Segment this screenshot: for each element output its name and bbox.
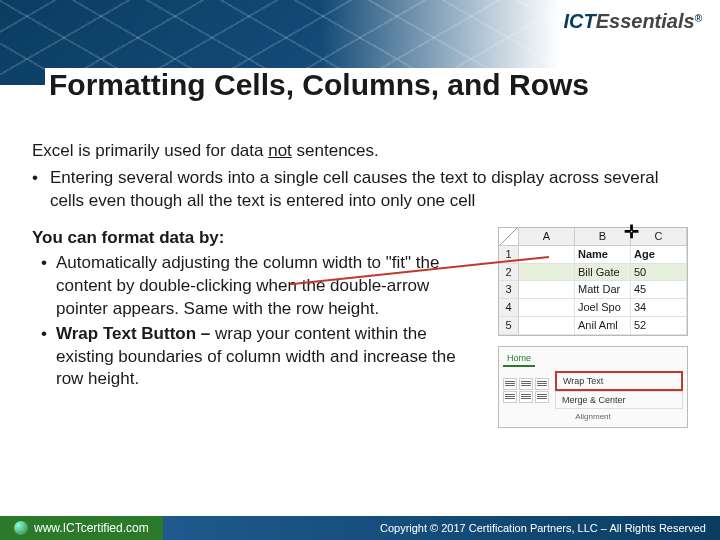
column-headers: A B C — [499, 228, 687, 246]
cell: 50 — [631, 264, 687, 281]
footer-url: www.ICTcertified.com — [0, 516, 163, 540]
align-icon — [535, 378, 549, 390]
bullet-dot: • — [32, 167, 50, 213]
cell: 45 — [631, 281, 687, 298]
footer-copyright: Copyright © 2017 Certification Partners,… — [163, 516, 720, 540]
bullet-overflow-text: Entering several words into a single cel… — [50, 167, 688, 213]
cell: 52 — [631, 317, 687, 334]
align-icon — [519, 378, 533, 390]
excel-screenshot: ✛ A B C 1 Name Age 2 Bill Gate — [498, 227, 688, 336]
col-header: A — [519, 228, 575, 245]
logo: ICTEssentials® — [563, 10, 702, 33]
bullet-dot: • — [32, 323, 56, 392]
row-header: 4 — [499, 299, 519, 316]
intro-pre: Excel is primarily used for data — [32, 141, 268, 160]
wrap-text-button: Wrap Text — [555, 371, 683, 391]
cell — [519, 281, 575, 298]
bullet-wrap-bold: Wrap Text Button – — [56, 324, 215, 343]
bullet-dot: • — [32, 252, 56, 321]
cell: Bill Gate — [575, 264, 631, 281]
bullet-overflow: • Entering several words into a single c… — [32, 167, 688, 213]
row-header: 2 — [499, 264, 519, 281]
text-column: You can format data by: • Automatically … — [32, 227, 484, 394]
logo-ict: ICT — [563, 10, 595, 32]
intro-not: not — [268, 141, 292, 160]
table-row: 1 Name Age — [499, 246, 687, 264]
ribbon-group-label: Alignment — [503, 412, 683, 423]
lower-columns: You can format data by: • Automatically … — [32, 227, 688, 428]
cell: Anil Aml — [575, 317, 631, 334]
table-row: 4 Joel Spo 34 — [499, 299, 687, 317]
slide-title: Formatting Cells, Columns, and Rows — [45, 68, 593, 102]
table-row: 2 Bill Gate 50 — [499, 264, 687, 282]
logo-essentials: Essentials — [596, 10, 695, 32]
row-header: 5 — [499, 317, 519, 334]
format-subhead: You can format data by: — [32, 227, 484, 250]
align-icon — [535, 391, 549, 403]
intro-text: Excel is primarily used for data not sen… — [32, 140, 688, 163]
table-row: 3 Matt Dar 45 — [499, 281, 687, 299]
cell: Joel Spo — [575, 299, 631, 316]
table-row: 5 Anil Aml 52 — [499, 317, 687, 335]
globe-icon — [14, 521, 28, 535]
cell — [519, 264, 575, 281]
merge-center-button: Merge & Center — [555, 391, 683, 409]
align-icon — [519, 391, 533, 403]
image-column: ✛ A B C 1 Name Age 2 Bill Gate — [498, 227, 688, 428]
col-header: C — [631, 228, 687, 245]
logo-registered: ® — [695, 13, 702, 24]
footer-url-text: www.ICTcertified.com — [34, 521, 149, 535]
alignment-buttons — [503, 378, 549, 403]
bullet-autofit-text: Automatically adjusting the column width… — [56, 252, 484, 321]
cell: 34 — [631, 299, 687, 316]
bullet-autofit: • Automatically adjusting the column wid… — [32, 252, 484, 321]
col-header: B — [575, 228, 631, 245]
intro-post: sentences. — [292, 141, 379, 160]
content-area: Excel is primarily used for data not sen… — [32, 140, 688, 428]
bullet-wrap: • Wrap Text Button – wrap your content w… — [32, 323, 484, 392]
cell — [519, 317, 575, 334]
row-header: 3 — [499, 281, 519, 298]
ribbon-screenshot: Home — [498, 346, 688, 428]
footer: www.ICTcertified.com Copyright © 2017 Ce… — [0, 516, 720, 540]
align-icon — [503, 378, 517, 390]
cell: Matt Dar — [575, 281, 631, 298]
ribbon-body: Wrap Text Merge & Center — [503, 371, 683, 409]
resize-cursor-icon: ✛ — [624, 220, 639, 244]
home-tab: Home — [503, 351, 535, 367]
cell — [519, 299, 575, 316]
bullet-wrap-text: Wrap Text Button – wrap your content wit… — [56, 323, 484, 392]
select-all-corner — [499, 228, 519, 245]
cell: Name — [575, 246, 631, 263]
align-icon — [503, 391, 517, 403]
cell: Age — [631, 246, 687, 263]
